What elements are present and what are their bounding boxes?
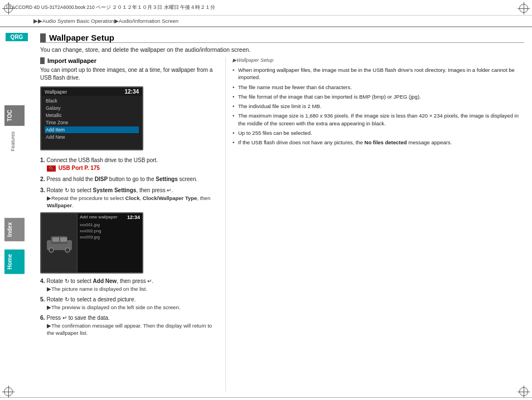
step-2: 2. Press and hold the DISP button to go … [40,175,219,183]
content-area: Wallpaper Setup You can change, store, a… [32,27,532,397]
left-column: Import wallpaper You can import up to th… [40,57,219,392]
page-footer: 210 [0,397,532,400]
corner-decoration-tl [2,2,14,14]
sidebar-tab-home[interactable]: Home [4,250,25,274]
bullet-2: The file name must be fewer than 64 char… [233,84,524,91]
screen2-left [41,213,78,272]
breadcrumb: ▶▶Audio System Basic Operation▶Audio/Inf… [0,16,532,27]
svg-rect-2 [52,237,59,242]
svg-point-5 [65,248,70,252]
section-title: Import wallpaper [47,57,96,64]
bullet-4: The individual file size limit is 2 MB. [233,103,524,110]
bullet-7: If the USB flash drive does not have any… [233,139,524,146]
screen2-title: Add new wallpaper [80,214,118,219]
svg-rect-3 [60,237,67,242]
section-heading: Import wallpaper [40,57,219,64]
right-column: ▶Wallpaper Setup When importing wallpape… [225,57,524,392]
bullet-1: When importing wallpaper files, the imag… [233,66,524,81]
file-info: 13 ACCORD 4D US-31T2A6000.book 210 ページ ２… [6,4,215,11]
sidebar: QRG TOC Features Index Home [0,27,32,397]
usb-port-link[interactable]: USB Port P. 175 [59,165,100,171]
bullet-5: The maximum image size is 1,680 x 936 pi… [233,112,524,127]
steps-list: 1. Connect the USB flash drive to the US… [40,156,219,209]
breadcrumb-text: ▶▶Audio System Basic Operation▶Audio/Inf… [33,18,178,24]
sidebar-tab-index[interactable]: Index [4,218,25,241]
step-5: 5. Rotate ↻ to select a desired picture.… [40,295,219,311]
screen-time-1: 12:34 [124,89,139,95]
bullet-list: When importing wallpaper files, the imag… [233,66,524,147]
menu-item-galaxy: Galaxy [45,105,139,111]
car-svg [44,232,75,254]
qrg-badge[interactable]: QRG [6,33,28,41]
sidebar-tab-toc[interactable]: TOC [4,105,25,126]
right-section-label: ▶Wallpaper Setup [233,57,524,63]
menu-item-timezone: Time Zone [45,119,139,126]
page-title: Wallpaper Setup [49,33,114,42]
step-6: 6. Press ↵ to save the data. ▶The confir… [40,314,219,337]
bullet-6: Up to 255 files can be selected. [233,129,524,136]
corner-decoration-tr [518,2,530,14]
screen-header-1: Wallpaper 12:34 [41,87,142,96]
screen2-item-1: xxx001.jpg [80,222,140,228]
screen2-item-2: xxx002.png [80,228,140,234]
menu-item-black: Black [45,97,139,104]
main-layout: QRG TOC Features Index Home Wallpaper Se… [0,27,532,397]
features-label: Features [10,131,16,152]
two-column-layout: Import wallpaper You can import up to th… [40,57,524,392]
section-marker [40,57,45,64]
screen-title-1: Wallpaper [45,89,67,95]
menu-item-metallic: Metallic [45,112,139,119]
corner-decoration-br [518,386,530,398]
screen2-time: 12:34 [127,214,140,220]
intro-text: You can change, store, and delete the wa… [40,46,524,53]
step-3: 3. Rotate ↻ to select System Settings, t… [40,186,219,209]
steps-list-2: 4. Rotate ↻ to select Add New, then pres… [40,277,219,337]
menu-item-additem: Add Item [45,126,139,133]
svg-point-4 [49,248,54,252]
screen2-item-3: xxx003.jpg [80,234,140,240]
usb-icon: 🔌 [47,165,56,172]
page-header: 13 ACCORD 4D US-31T2A6000.book 210 ページ ２… [0,0,532,16]
section-text: You can import up to three images, one a… [40,66,219,82]
screen2-right: Add new wallpaper 12:34 xxx001.jpg xxx00… [78,213,142,272]
step-4: 4. Rotate ↻ to select Add New, then pres… [40,277,219,292]
screen-mockup-1: Wallpaper 12:34 Black Galaxy Metallic Ti… [40,86,143,150]
menu-item-addnew: Add New [45,134,139,140]
step-1: 1. Connect the USB flash drive to the US… [40,156,219,172]
title-marker [40,33,46,42]
page-title-block: Wallpaper Setup [40,33,524,43]
screen2-header: Add new wallpaper 12:34 [80,214,140,220]
bullet-3: The file format of the image that can be… [233,93,524,100]
screen-mockup-2: Add new wallpaper 12:34 xxx001.jpg xxx00… [40,212,143,274]
screen-menu-1: Black Galaxy Metallic Time Zone Add Item… [41,96,142,142]
